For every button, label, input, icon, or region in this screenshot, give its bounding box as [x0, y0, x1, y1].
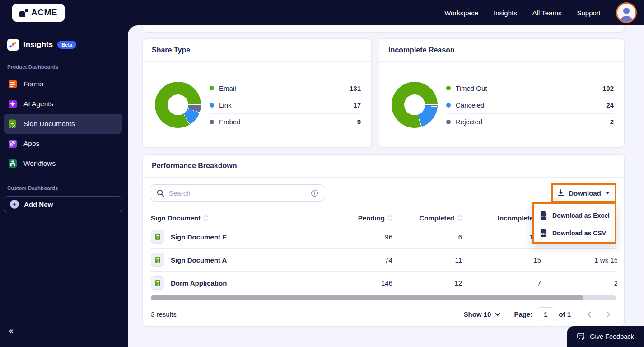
insights-icon [7, 39, 19, 51]
scrollbar-thumb[interactable] [151, 295, 583, 300]
sidebar-app-title: Insights [23, 40, 53, 49]
share-type-title: Share Type [143, 39, 371, 62]
search-input[interactable] [169, 189, 311, 197]
svg-text:XLS: XLS [541, 215, 546, 218]
performance-breakdown-title: Performance Breakdown [143, 155, 624, 178]
incomplete-reason-donut-chart [392, 82, 438, 128]
caret-down-icon [605, 192, 610, 195]
main-area: Workspace Insights All Teams Support Sha… [128, 0, 644, 347]
incomplete-reason-legend: Timed Out 102 Canceled 24 Rejected [446, 80, 614, 130]
beta-badge: Beta [57, 41, 76, 49]
plus-icon: + [10, 200, 19, 209]
chevron-down-icon [495, 313, 500, 316]
chevron-right-icon [607, 311, 611, 318]
show-per-page-select[interactable]: Show 10 [464, 310, 501, 318]
email-dot-icon [210, 86, 214, 90]
brand-name: ACME [31, 8, 57, 18]
download-dropdown-menu: XLS Download as Excel CSV Download as CS… [532, 202, 616, 244]
sidebar-item-forms[interactable]: Forms [4, 74, 122, 94]
table-footer: 3 results Show 10 Page: of 1 [143, 304, 624, 324]
sidebar-app-header: Insights Beta [7, 39, 128, 51]
sign-document-icon [151, 230, 164, 244]
menu-item-download-csv[interactable]: CSV Download as CSV [534, 224, 615, 242]
page-total-label: of 1 [559, 310, 571, 318]
topnav-support[interactable]: Support [577, 9, 601, 17]
column-header-sign-document[interactable]: Sign Document [151, 214, 341, 222]
forms-icon [7, 79, 18, 89]
legend-item-embed: Embed 9 [210, 113, 361, 130]
column-header-pending[interactable]: Pending [341, 214, 392, 222]
sidebar-item-ai-agents[interactable]: AI Agents [4, 94, 122, 114]
sidebar-item-label: Workflows [23, 159, 56, 168]
incomplete-reason-card: Incomplete Reason Timed Out 102 Canc [379, 38, 625, 148]
previous-page-button[interactable] [582, 309, 597, 319]
timed-out-dot-icon [446, 86, 451, 90]
sidebar-item-label: Apps [23, 140, 39, 148]
next-page-button[interactable] [601, 309, 616, 319]
sign-documents-icon [7, 118, 18, 129]
rejected-dot-icon [446, 120, 451, 124]
person-icon [617, 5, 635, 22]
legend-item-canceled: Canceled 24 [446, 97, 614, 113]
custom-dashboards-label: Custom Dashboards [7, 185, 128, 191]
table-row[interactable]: Dorm Application 146 12 7 2 [151, 271, 617, 294]
page-number-input[interactable] [537, 307, 554, 321]
legend-item-rejected: Rejected 2 [446, 113, 614, 130]
top-navigation: Workspace Insights All Teams Support [128, 0, 644, 25]
apps-icon [7, 138, 18, 149]
sidebar: ACME Insights Beta Product Dashboards Fo… [0, 0, 128, 347]
legend-item-timed-out: Timed Out 102 [446, 80, 614, 97]
acme-logo-icon [19, 8, 28, 17]
table-toolbar: Download [151, 183, 616, 202]
sign-document-icon [151, 253, 164, 267]
workflows-icon [7, 158, 18, 169]
pagination-controls: Show 10 Page: of 1 [464, 307, 616, 321]
column-header-completed[interactable]: Completed [392, 214, 462, 222]
incomplete-reason-title: Incomplete Reason [379, 39, 624, 62]
add-new-button[interactable]: + Add New [4, 196, 122, 212]
download-button[interactable]: Download [551, 183, 616, 202]
results-count: 3 results [151, 310, 177, 318]
share-type-donut-chart [155, 82, 201, 128]
legend-item-email: Email 131 [210, 80, 361, 97]
product-dashboards-label: Product Dashboards [7, 64, 128, 70]
give-feedback-button[interactable]: Give Feedback [567, 326, 644, 347]
performance-breakdown-card: Performance Breakdown Download [142, 154, 625, 327]
content-area: Share Type Email 131 Link [128, 25, 644, 347]
sidebar-item-sign-documents[interactable]: Sign Documents [4, 114, 122, 134]
sidebar-collapse-button[interactable]: « [9, 326, 13, 335]
add-new-label: Add New [24, 201, 53, 208]
share-type-legend: Email 131 Link 17 Embed 9 [210, 80, 361, 130]
sidebar-item-workflows[interactable]: Workflows [4, 154, 122, 174]
acme-logo[interactable]: ACME [12, 4, 65, 22]
user-avatar[interactable] [616, 2, 637, 23]
sort-icon [388, 215, 392, 221]
topnav-insights[interactable]: Insights [494, 9, 517, 17]
topnav-workspace[interactable]: Workspace [444, 9, 478, 17]
info-icon[interactable] [311, 189, 318, 197]
sidebar-nav: Forms AI Agents Sign Documents Apps [0, 74, 128, 174]
topnav-all-teams[interactable]: All Teams [532, 9, 562, 17]
sign-document-icon [151, 276, 164, 290]
sort-icon [457, 215, 462, 221]
menu-item-download-excel[interactable]: XLS Download as Excel [534, 206, 615, 224]
table-row[interactable]: Sign Document A 74 11 15 1 wk 15 [151, 248, 617, 271]
feedback-chat-pencil-icon [577, 333, 586, 341]
app-root: ACME Insights Beta Product Dashboards Fo… [0, 0, 644, 347]
share-type-card: Share Type Email 131 Link [142, 38, 372, 148]
canceled-dot-icon [446, 103, 451, 108]
link-dot-icon [210, 103, 214, 108]
xls-file-icon: XLS [540, 211, 547, 220]
give-feedback-label: Give Feedback [590, 333, 634, 340]
sidebar-item-label: AI Agents [23, 100, 53, 108]
chevron-left-icon [587, 311, 591, 318]
sidebar-item-apps[interactable]: Apps [4, 134, 122, 154]
ai-agents-icon [7, 98, 18, 109]
embed-dot-icon [210, 120, 214, 124]
sidebar-item-label: Forms [23, 80, 43, 88]
svg-text:CSV: CSV [541, 233, 546, 235]
horizontal-scrollbar[interactable] [151, 295, 616, 300]
search-icon [157, 189, 164, 197]
page-label: Page: [514, 310, 532, 318]
column-header-incomplete[interactable]: Incomplete [462, 214, 541, 222]
